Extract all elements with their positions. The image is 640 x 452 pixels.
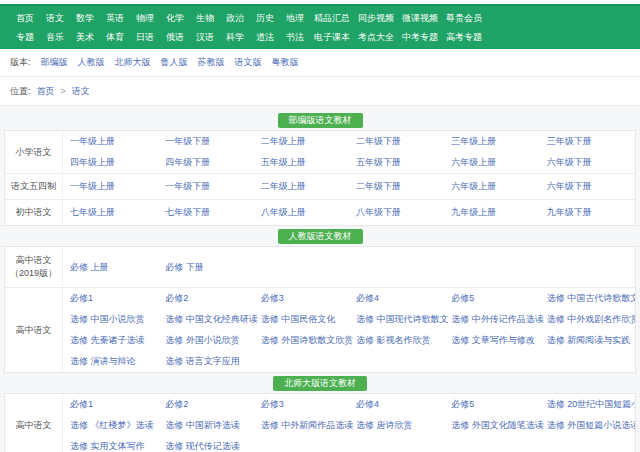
textbook-link[interactable]: 选修 现代传记选读 (158, 441, 253, 452)
textbook-link[interactable]: 四年级上册 (63, 157, 158, 168)
nav-item[interactable]: 俄语 (160, 32, 190, 42)
nav-item[interactable]: 考点大全 (354, 32, 398, 42)
version-link[interactable]: 语文版 (235, 56, 262, 69)
textbook-link[interactable]: 选修 外国文化随笔选读 (444, 420, 539, 431)
textbook-link[interactable]: 一年级上册 (63, 136, 158, 147)
textbook-link[interactable]: 一年级上册 (63, 181, 158, 192)
textbook-link[interactable]: 选修 外国小说欣赏 (158, 335, 253, 346)
textbook-link[interactable]: 必修3 (254, 293, 349, 304)
nav-item[interactable]: 地理 (280, 13, 310, 23)
textbook-link[interactable]: 必修1 (63, 293, 158, 304)
nav-item[interactable]: 历史 (250, 13, 280, 23)
textbook-link[interactable]: 选修 先秦诸子选读 (63, 335, 158, 346)
textbook-link[interactable]: 四年级下册 (158, 157, 253, 168)
textbook-link[interactable]: 必修5 (444, 293, 539, 304)
textbook-link[interactable]: 选修 外国诗歌散文欣赏 (254, 335, 349, 346)
nav-item[interactable]: 体育 (100, 32, 130, 42)
textbook-link[interactable]: 六年级下册 (540, 157, 635, 168)
textbook-link[interactable]: 选修 中国古代诗歌散文 (540, 293, 635, 304)
textbook-link[interactable]: 必修2 (158, 399, 253, 410)
version-link[interactable]: 人教版 (78, 56, 105, 69)
textbook-link[interactable]: 五年级上册 (254, 157, 349, 168)
version-link[interactable]: 部编版 (41, 56, 68, 69)
textbook-link[interactable]: 必修 上册 (63, 262, 158, 273)
textbook-link[interactable]: 选修 中外传记作品选读 (444, 314, 539, 325)
breadcrumb-label: 位置: (10, 85, 31, 98)
nav-item[interactable]: 数学 (70, 13, 100, 23)
nav-item[interactable]: 同步视频 (354, 13, 398, 23)
textbook-link[interactable]: 选修 20世纪中国短篇小 (540, 399, 635, 410)
textbook-link[interactable]: 选修 中国民俗文化 (254, 314, 349, 325)
textbook-link[interactable]: 九年级下册 (540, 207, 635, 218)
textbook-link[interactable]: 必修5 (444, 399, 539, 410)
textbook-link[interactable]: 七年级上册 (63, 207, 158, 218)
nav-item[interactable]: 美术 (70, 32, 100, 42)
version-link[interactable]: 鲁人版 (161, 56, 188, 69)
breadcrumb-current-link[interactable]: 语文 (72, 85, 90, 98)
textbook-link[interactable]: 二年级上册 (254, 181, 349, 192)
nav-item[interactable]: 精品汇总 (310, 13, 354, 23)
textbook-link[interactable]: 八年级下册 (349, 207, 444, 218)
textbook-link[interactable]: 选修 影视名作欣赏 (349, 335, 444, 346)
textbook-link[interactable]: 二年级上册 (254, 136, 349, 147)
nav-item[interactable]: 物理 (130, 13, 160, 23)
nav-item[interactable]: 微课视频 (398, 13, 442, 23)
textbook-link[interactable]: 选修 《红楼梦》选读 (63, 420, 158, 431)
textbook-link[interactable]: 选修 中国新诗选读 (158, 420, 253, 431)
nav-item[interactable]: 科学 (220, 32, 250, 42)
textbook-link[interactable]: 选修 中国文化经典研读 (158, 314, 253, 325)
nav-item[interactable]: 生物 (190, 13, 220, 23)
textbook-link[interactable]: 一年级下册 (158, 181, 253, 192)
nav-item[interactable]: 尊贵会员 (442, 13, 486, 23)
breadcrumb-home-link[interactable]: 首页 (37, 85, 55, 98)
textbook-link[interactable]: 选修 实用文体写作 (63, 441, 158, 452)
textbook-link[interactable]: 选修 中国现代诗歌散文 (349, 314, 444, 325)
textbook-link[interactable]: 六年级上册 (444, 181, 539, 192)
textbook-link[interactable]: 选修 语言文字应用 (158, 356, 253, 367)
textbook-link[interactable]: 一年级下册 (158, 136, 253, 147)
textbook-link[interactable]: 五年级下册 (349, 157, 444, 168)
version-link[interactable]: 苏教版 (198, 56, 225, 69)
textbook-link[interactable]: 选修 新闻阅读与实践 (540, 335, 635, 346)
nav-item[interactable]: 专题 (10, 32, 40, 42)
textbook-link[interactable]: 七年级下册 (158, 207, 253, 218)
nav-item[interactable]: 日语 (130, 32, 160, 42)
textbook-link[interactable]: 必修2 (158, 293, 253, 304)
textbook-link[interactable]: 九年级上册 (444, 207, 539, 218)
version-link[interactable]: 粤教版 (272, 56, 299, 69)
textbook-link[interactable]: 八年级上册 (254, 207, 349, 218)
nav-item[interactable]: 政治 (220, 13, 250, 23)
nav-item[interactable]: 电子课本 (310, 32, 354, 42)
nav-item[interactable]: 中考专题 (398, 32, 442, 42)
nav-item[interactable]: 音乐 (40, 32, 70, 42)
textbook-link[interactable]: 二年级下册 (349, 181, 444, 192)
section-title-badge: 人教版语文教材 (278, 229, 363, 244)
textbook-link[interactable]: 二年级下册 (349, 136, 444, 147)
textbook-link[interactable]: 必修 下册 (158, 262, 253, 273)
textbook-link[interactable]: 选修 中国小说欣赏 (63, 314, 158, 325)
textbook-link[interactable]: 必修3 (254, 399, 349, 410)
textbook-link[interactable]: 选修 文章写作与修改 (444, 335, 539, 346)
textbook-link[interactable]: 六年级下册 (540, 181, 635, 192)
nav-item[interactable]: 首页 (10, 13, 40, 23)
textbook-link[interactable]: 必修4 (349, 293, 444, 304)
nav-item[interactable]: 英语 (100, 13, 130, 23)
textbook-link[interactable]: 三年级下册 (540, 136, 635, 147)
textbook-link[interactable]: 选修 中外新闻作品选读 (254, 420, 349, 431)
nav-item[interactable]: 化学 (160, 13, 190, 23)
nav-item[interactable]: 语文 (40, 13, 70, 23)
textbook-link[interactable]: 选修 唐诗欣赏 (349, 420, 444, 431)
nav-item[interactable]: 高考专题 (442, 32, 486, 42)
textbook-link[interactable]: 选修 演讲与辩论 (63, 356, 158, 367)
textbook-link[interactable]: 三年级上册 (444, 136, 539, 147)
version-link[interactable]: 北师大版 (115, 56, 151, 69)
textbook-link[interactable]: 选修 中外戏剧名作欣赏 (540, 314, 635, 325)
nav-item[interactable]: 书法 (280, 32, 310, 42)
textbook-link[interactable]: 六年级上册 (444, 157, 539, 168)
textbook-link[interactable]: 选修 外国短篇小说选读 (540, 420, 635, 431)
textbook-link[interactable]: 必修4 (349, 399, 444, 410)
nav-item[interactable]: 汉语 (190, 32, 220, 42)
link-line: 选修 先秦诸子选读选修 外国小说欣赏选修 外国诗歌散文欣赏选修 影视名作欣赏选修… (63, 330, 635, 351)
textbook-link[interactable]: 必修1 (63, 399, 158, 410)
nav-item[interactable]: 道法 (250, 32, 280, 42)
